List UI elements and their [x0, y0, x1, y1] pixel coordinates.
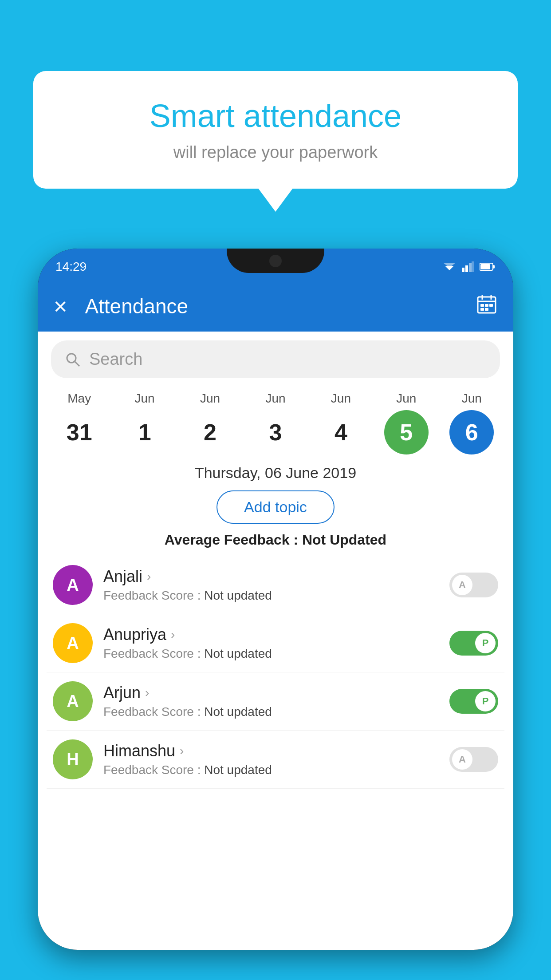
phone-notch: [227, 249, 324, 273]
calendar-day[interactable]: Jun1: [116, 391, 173, 454]
cal-month-label: May: [67, 391, 91, 406]
cal-day-num[interactable]: 31: [57, 410, 102, 454]
attendance-toggle[interactable]: A: [449, 747, 498, 772]
student-name: Anupriya ›: [103, 625, 449, 644]
calendar-day[interactable]: Jun2: [181, 391, 239, 454]
svg-rect-13: [480, 304, 484, 307]
status-time: 14:29: [55, 260, 87, 274]
wifi-icon: [442, 261, 457, 272]
attendance-toggle-wrap: A: [449, 573, 498, 597]
cal-month-label: Jun: [135, 391, 155, 406]
student-info: Himanshu ›Feedback Score : Not updated: [103, 742, 449, 777]
student-row[interactable]: AArjun ›Feedback Score : Not updatedP: [47, 672, 504, 731]
phone-frame: 14:29: [38, 249, 513, 950]
add-topic-button[interactable]: Add topic: [216, 490, 335, 524]
svg-rect-4: [469, 263, 472, 272]
chevron-icon: ›: [171, 628, 175, 642]
student-row[interactable]: HHimanshu ›Feedback Score : Not updatedA: [47, 731, 504, 789]
app-bar-title: Attendance: [85, 294, 476, 318]
chevron-icon: ›: [180, 744, 184, 758]
student-name: Himanshu ›: [103, 742, 449, 760]
cal-day-num[interactable]: 1: [122, 410, 167, 454]
svg-rect-8: [480, 264, 490, 269]
search-input-placeholder[interactable]: Search: [89, 350, 142, 369]
selected-date: Thursday, 06 June 2019: [38, 454, 513, 488]
avatar: A: [53, 623, 93, 663]
speech-bubble: Smart attendance will replace your paper…: [33, 71, 518, 189]
student-info: Anjali ›Feedback Score : Not updated: [103, 567, 449, 603]
front-camera: [269, 255, 282, 267]
attendance-toggle[interactable]: P: [449, 631, 498, 656]
calendar-day[interactable]: Jun6: [443, 391, 500, 454]
signal-icon: [462, 261, 474, 272]
calendar-day[interactable]: Jun5: [378, 391, 435, 454]
toggle-knob: A: [452, 575, 472, 595]
cal-month-label: Jun: [462, 391, 482, 406]
close-button[interactable]: ×: [54, 295, 67, 318]
toggle-knob: P: [475, 691, 496, 711]
cal-day-num[interactable]: 2: [188, 410, 232, 454]
avatar: A: [53, 681, 93, 721]
chevron-icon: ›: [145, 686, 149, 700]
chevron-icon: ›: [147, 569, 151, 584]
student-name: Anjali ›: [103, 567, 449, 586]
cal-day-num[interactable]: 5: [384, 410, 429, 454]
add-topic-button-wrapper: Add topic: [38, 490, 513, 524]
svg-marker-1: [443, 263, 456, 268]
svg-rect-7: [493, 265, 495, 269]
svg-rect-14: [485, 304, 488, 307]
svg-rect-2: [462, 268, 464, 272]
toggle-knob: P: [475, 633, 496, 653]
svg-line-19: [75, 361, 79, 366]
calendar-icon-svg: [476, 293, 497, 315]
calendar-day[interactable]: May31: [51, 391, 108, 454]
cal-day-num[interactable]: 4: [319, 410, 363, 454]
cal-month-label: Jun: [331, 391, 351, 406]
toggle-knob: A: [452, 749, 472, 770]
student-name: Arjun ›: [103, 684, 449, 702]
svg-rect-3: [465, 265, 468, 272]
avg-feedback-label: Average Feedback :: [165, 532, 302, 548]
bubble-title: Smart attendance: [64, 98, 487, 134]
attendance-toggle-wrap: A: [449, 747, 498, 772]
calendar-strip: May31Jun1Jun2Jun3Jun4Jun5Jun6: [38, 387, 513, 454]
battery-icon: [480, 262, 496, 271]
phone-frame-wrapper: 14:29: [38, 249, 513, 980]
student-list: AAnjali ›Feedback Score : Not updatedAAA…: [38, 556, 513, 789]
svg-rect-16: [480, 308, 484, 311]
cal-day-num[interactable]: 3: [253, 410, 298, 454]
cal-month-label: Jun: [396, 391, 416, 406]
attendance-toggle[interactable]: A: [449, 573, 498, 597]
student-row[interactable]: AAnupriya ›Feedback Score : Not updatedP: [47, 614, 504, 672]
student-feedback: Feedback Score : Not updated: [103, 647, 449, 661]
attendance-toggle[interactable]: P: [449, 689, 498, 714]
svg-rect-17: [485, 308, 488, 311]
cal-day-num[interactable]: 6: [449, 410, 494, 454]
attendance-toggle-wrap: P: [449, 631, 498, 656]
search-icon: [64, 351, 81, 368]
app-bar: × Attendance: [38, 281, 513, 332]
student-info: Anupriya ›Feedback Score : Not updated: [103, 625, 449, 661]
calendar-day[interactable]: Jun4: [312, 391, 370, 454]
student-feedback: Feedback Score : Not updated: [103, 589, 449, 603]
student-row[interactable]: AAnjali ›Feedback Score : Not updatedA: [47, 556, 504, 614]
cal-month-label: Jun: [200, 391, 220, 406]
svg-rect-5: [472, 261, 474, 272]
student-feedback: Feedback Score : Not updated: [103, 705, 449, 719]
status-icons: [442, 261, 496, 272]
calendar-day[interactable]: Jun3: [247, 391, 304, 454]
bubble-subtitle: will replace your paperwork: [64, 143, 487, 162]
student-info: Arjun ›Feedback Score : Not updated: [103, 684, 449, 719]
student-feedback: Feedback Score : Not updated: [103, 763, 449, 777]
cal-month-label: Jun: [265, 391, 285, 406]
attendance-toggle-wrap: P: [449, 689, 498, 714]
avatar: A: [53, 565, 93, 605]
screen-content: Search May31Jun1Jun2Jun3Jun4Jun5Jun6 Thu…: [38, 332, 513, 950]
svg-rect-15: [489, 304, 493, 307]
average-feedback: Average Feedback : Not Updated: [38, 532, 513, 548]
calendar-icon[interactable]: [476, 293, 497, 319]
search-bar[interactable]: Search: [51, 340, 500, 378]
avg-feedback-value: Not Updated: [302, 532, 386, 548]
avatar: H: [53, 739, 93, 779]
